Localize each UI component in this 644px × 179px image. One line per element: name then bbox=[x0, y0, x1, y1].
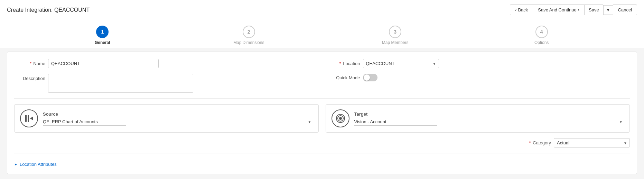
target-svg-icon bbox=[336, 114, 345, 123]
quick-mode-label: Quick Mode bbox=[329, 75, 360, 80]
step-2[interactable]: 2 Map Dimensions bbox=[211, 26, 287, 45]
source-card-content: Source QE_ERP Chart of Accounts ▼ bbox=[43, 111, 313, 126]
target-select[interactable]: Vision - Account bbox=[354, 118, 437, 126]
target-card-content: Target Vision - Account ▼ bbox=[354, 111, 624, 126]
source-icon bbox=[20, 109, 38, 127]
location-group: * Location QEACCOUNT ▼ bbox=[329, 59, 630, 68]
svg-point-5 bbox=[339, 117, 342, 120]
save-and-continue-button[interactable]: Save And Continue › bbox=[533, 5, 585, 15]
source-target-row: Source QE_ERP Chart of Accounts ▼ T bbox=[14, 104, 630, 133]
svg-rect-0 bbox=[25, 115, 27, 122]
chevron-left-icon: ‹ bbox=[515, 7, 516, 12]
quick-mode-group: Quick Mode bbox=[329, 74, 630, 81]
form-divider bbox=[14, 98, 630, 99]
save-button[interactable]: Save bbox=[585, 5, 603, 15]
step-4-label: Options bbox=[534, 40, 549, 45]
name-required-star: * bbox=[30, 61, 31, 66]
target-card: Target Vision - Account ▼ bbox=[326, 104, 630, 133]
step-3-label: Map Members bbox=[382, 40, 409, 45]
quick-mode-toggle[interactable] bbox=[363, 74, 377, 81]
location-select[interactable]: QEACCOUNT bbox=[363, 59, 439, 68]
svg-marker-2 bbox=[30, 116, 33, 120]
description-group: Description bbox=[14, 74, 315, 93]
form-container: * Name * Location QEACCOUNT ▼ Descriptio… bbox=[7, 52, 637, 174]
step-4[interactable]: 4 Options bbox=[504, 26, 580, 45]
target-title: Target bbox=[354, 111, 624, 117]
name-location-row: * Name * Location QEACCOUNT ▼ bbox=[14, 59, 630, 68]
page-title: Create Integration: QEACCOUNT bbox=[7, 7, 90, 13]
dropdown-arrow-icon: ▼ bbox=[606, 8, 610, 12]
steps-track: 1 General 2 Map Dimensions 3 Map Members… bbox=[0, 20, 644, 48]
category-row: * Category Actual ▼ bbox=[14, 138, 630, 147]
category-select[interactable]: Actual bbox=[554, 138, 630, 147]
category-select-wrapper: Actual ▼ bbox=[554, 138, 630, 147]
save-dropdown-button[interactable]: ▼ bbox=[603, 5, 613, 15]
location-attributes-expand-icon: ► bbox=[14, 162, 18, 166]
target-dropdown-icon: ▼ bbox=[619, 120, 623, 124]
step-3-circle: 3 bbox=[389, 26, 401, 38]
category-label: * Category bbox=[520, 140, 551, 145]
bottom-divider bbox=[14, 153, 630, 153]
category-group: * Category Actual ▼ bbox=[520, 138, 630, 147]
step-3[interactable]: 3 Map Members bbox=[357, 26, 433, 45]
step-1[interactable]: 1 General bbox=[64, 26, 140, 45]
source-select-wrapper: QE_ERP Chart of Accounts ▼ bbox=[43, 118, 313, 126]
location-select-wrapper: QEACCOUNT ▼ bbox=[363, 59, 439, 68]
header-bar: Create Integration: QEACCOUNT ‹ Back Sav… bbox=[0, 0, 644, 20]
header-actions: ‹ Back Save And Continue › Save ▼ Cancel bbox=[510, 5, 637, 15]
source-svg-icon bbox=[24, 114, 34, 123]
back-button[interactable]: ‹ Back bbox=[510, 5, 533, 15]
location-label: * Location bbox=[329, 61, 360, 66]
step-1-circle: 1 bbox=[96, 26, 109, 38]
location-required-star: * bbox=[339, 61, 341, 66]
description-quickmode-row: Description Quick Mode bbox=[14, 74, 630, 93]
location-attributes-label: Location Attributes bbox=[20, 162, 57, 167]
name-label: * Name bbox=[14, 61, 45, 66]
source-card: Source QE_ERP Chart of Accounts ▼ bbox=[14, 104, 319, 133]
step-2-label: Map Dimensions bbox=[233, 40, 264, 45]
description-textarea[interactable] bbox=[48, 74, 193, 93]
category-required-star: * bbox=[529, 140, 531, 145]
step-4-circle: 4 bbox=[535, 26, 548, 38]
quick-mode-toggle-container bbox=[363, 74, 377, 81]
source-title: Source bbox=[43, 111, 313, 117]
step-2-circle: 2 bbox=[243, 26, 255, 38]
step-1-label: General bbox=[95, 40, 110, 45]
svg-rect-1 bbox=[28, 115, 29, 122]
name-group: * Name bbox=[14, 59, 315, 68]
cancel-button[interactable]: Cancel bbox=[613, 5, 637, 15]
toggle-knob bbox=[364, 74, 370, 81]
description-label: Description bbox=[14, 74, 45, 81]
target-icon bbox=[332, 109, 349, 127]
target-select-wrapper: Vision - Account ▼ bbox=[354, 118, 624, 126]
source-dropdown-icon: ▼ bbox=[308, 120, 311, 124]
location-attributes-section[interactable]: ► Location Attributes bbox=[14, 159, 630, 167]
name-input[interactable] bbox=[48, 59, 159, 68]
chevron-right-icon: › bbox=[578, 7, 579, 12]
source-select[interactable]: QE_ERP Chart of Accounts bbox=[43, 118, 126, 126]
